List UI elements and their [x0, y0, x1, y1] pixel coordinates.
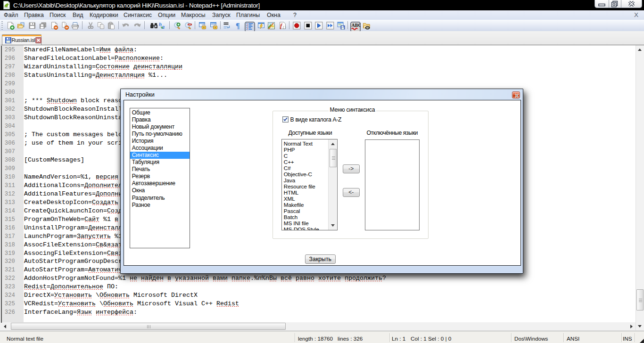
svg-text:¶: ¶ [236, 22, 240, 30]
svg-text:a: a [162, 24, 165, 30]
svg-text:( ): ( ) [283, 25, 286, 29]
svg-text:ABC: ABC [351, 23, 361, 28]
